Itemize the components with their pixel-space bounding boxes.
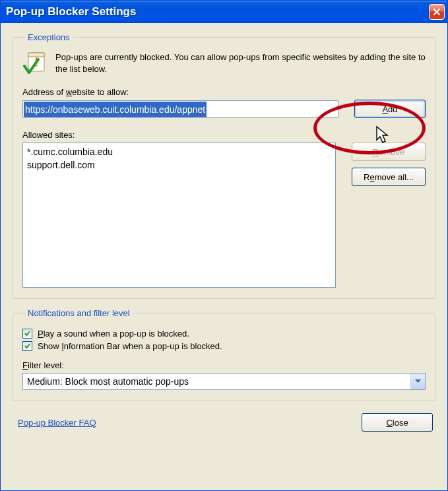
titlebar: Pop-up Blocker Settings bbox=[1, 1, 447, 23]
checkmark-icon bbox=[24, 330, 31, 337]
exceptions-legend: Exceptions bbox=[25, 32, 73, 42]
popup-blocker-settings-window: Pop-up Blocker Settings Exceptions ! Pop… bbox=[0, 0, 448, 491]
filter-level-label: Filter level: bbox=[22, 360, 426, 370]
window-title: Pop-up Blocker Settings bbox=[6, 5, 136, 18]
dialog-body: Exceptions ! Pop-ups are currently block… bbox=[1, 23, 447, 490]
play-sound-checkbox[interactable] bbox=[22, 329, 32, 339]
allowed-sites-label: Allowed sites: bbox=[22, 130, 426, 140]
allowed-sites-list[interactable]: *.cumc.columbia.edu support.dell.com bbox=[22, 143, 336, 288]
chevron-down-icon bbox=[410, 374, 425, 389]
info-bar-checkbox[interactable] bbox=[22, 341, 32, 351]
remove-all-button[interactable]: Remove all... bbox=[352, 168, 426, 186]
play-sound-label: Play a sound when a pop-up is blocked. bbox=[38, 329, 189, 339]
list-item[interactable]: *.cumc.columbia.edu bbox=[27, 145, 331, 158]
exceptions-group: Exceptions ! Pop-ups are currently block… bbox=[13, 32, 435, 299]
address-label: Address of website to allow: bbox=[22, 87, 426, 97]
close-window-button[interactable] bbox=[429, 4, 445, 20]
info-bar-label: Show Information Bar when a pop-up is bl… bbox=[38, 341, 222, 351]
filter-level-select[interactable]: Medium: Block most automatic pop-ups bbox=[22, 373, 426, 390]
faq-link[interactable]: Pop-up Blocker FAQ bbox=[18, 418, 96, 428]
notifications-group: Notifications and filter level Play a so… bbox=[13, 308, 435, 401]
footer-row: Pop-up Blocker FAQ Close bbox=[13, 410, 435, 434]
close-button[interactable]: Close bbox=[362, 413, 433, 432]
close-icon bbox=[433, 8, 441, 16]
remove-button: Remove bbox=[352, 143, 426, 161]
exceptions-blurb-text: Pop-ups are currently blocked. You can a… bbox=[55, 50, 426, 77]
list-item[interactable]: support.dell.com bbox=[27, 158, 331, 172]
allow-popup-icon: ! bbox=[22, 50, 49, 77]
exceptions-blurb: ! Pop-ups are currently blocked. You can… bbox=[22, 50, 426, 77]
add-button[interactable]: Add bbox=[354, 100, 426, 118]
address-input[interactable]: https://onbaseweb.cuit.columbia.edu/appn… bbox=[22, 100, 338, 117]
address-input-value: https://onbaseweb.cuit.columbia.edu/appn… bbox=[24, 102, 207, 117]
checkmark-icon bbox=[24, 343, 31, 350]
notifications-legend: Notifications and filter level bbox=[25, 308, 133, 318]
filter-level-value: Medium: Block most automatic pop-ups bbox=[27, 376, 410, 387]
